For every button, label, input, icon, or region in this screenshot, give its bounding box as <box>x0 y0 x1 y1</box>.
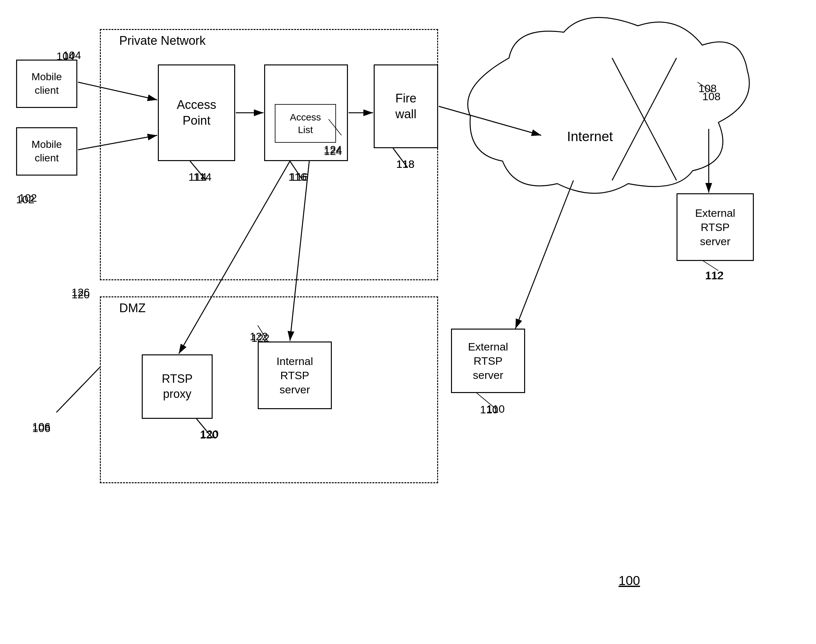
dmz-label: DMZ <box>119 301 146 315</box>
arrow-fw-internet <box>439 106 541 135</box>
mobile-client-2-label: Mobile client <box>32 138 62 165</box>
mobile-client-2-box: Mobile client <box>16 127 77 176</box>
arrow-internet-extrtsp1 <box>515 180 574 329</box>
ref-110: 110 <box>480 403 498 416</box>
ref-120: 120 <box>200 428 219 440</box>
rtsp-proxy-label: RTSP proxy <box>162 371 192 402</box>
internet-diagonal-2 <box>612 58 676 180</box>
ref-114: 114 <box>189 171 207 183</box>
mobile-client-1-label: Mobile client <box>32 70 62 97</box>
ref-116: 116 <box>288 171 307 183</box>
ref-106: 106 <box>32 420 51 433</box>
external-rtsp-2-label: External RTSP server <box>695 206 735 249</box>
ref-102: 102 <box>19 192 37 204</box>
external-rtsp-1-box: External RTSP server <box>451 329 525 393</box>
firewall-box: Fire wall <box>374 64 438 148</box>
mobile-client-1-box: Mobile client <box>16 60 77 108</box>
access-point-box: Access Point <box>158 64 235 161</box>
internal-rtsp-box: Internal RTSP server <box>258 342 332 409</box>
access-list-label: Access List <box>290 111 321 136</box>
ref-124: 124 <box>324 143 342 156</box>
ref-122: 122 <box>250 330 268 343</box>
diagram-ref: 100 <box>618 573 640 588</box>
internet-label: Internet <box>567 129 613 144</box>
firewall-label: Fire wall <box>395 90 416 123</box>
ref-118: 118 <box>396 158 415 170</box>
tick-106 <box>57 367 100 412</box>
external-rtsp-2-box: External RTSP server <box>676 193 754 261</box>
ref-112: 112 <box>705 269 723 282</box>
external-rtsp-1-label: External RTSP server <box>468 340 508 382</box>
internet-diagonal-1 <box>612 58 676 180</box>
internet-cloud <box>468 17 749 193</box>
private-network-label: Private Network <box>119 34 206 48</box>
access-point-label: Access Point <box>177 97 216 129</box>
ref-104: 104 <box>63 49 81 61</box>
ref-126: 126 <box>72 286 90 299</box>
rtsp-proxy-box: RTSP proxy <box>142 354 213 419</box>
access-list-box: Access List <box>275 104 336 143</box>
internal-rtsp-label: Internal RTSP server <box>276 354 313 397</box>
diagram-container: Private Network DMZ 120 Mobile client 10… <box>0 0 816 644</box>
ref-108: 108 <box>698 82 717 95</box>
